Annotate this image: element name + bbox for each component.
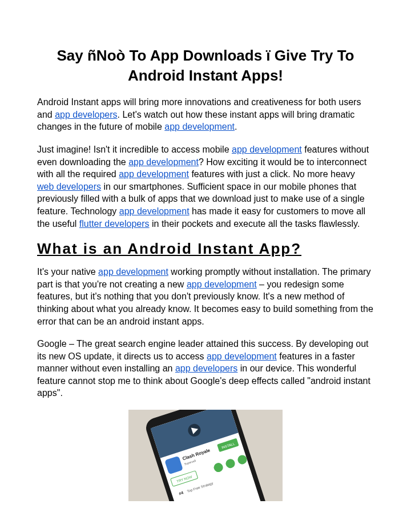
link-app-development[interactable]: app development bbox=[164, 122, 235, 131]
link-app-developers[interactable]: app developers bbox=[175, 363, 237, 373]
link-app-development[interactable]: app development bbox=[187, 279, 257, 289]
intro-paragraph: Android Instant apps will bring more inn… bbox=[37, 96, 374, 133]
text: in their pockets and execute all the tas… bbox=[150, 219, 360, 229]
text: features with just a click. No more heav… bbox=[189, 169, 355, 179]
section-heading: What is an Android Instant App? bbox=[37, 240, 374, 258]
text: . bbox=[235, 122, 237, 131]
body-paragraph: It's your native app development working… bbox=[37, 266, 374, 327]
link-app-development[interactable]: app development bbox=[207, 351, 277, 361]
link-app-development[interactable]: app development bbox=[128, 157, 199, 167]
text: Just imagine! Isn't it incredible to acc… bbox=[37, 145, 232, 154]
link-flutter-developers[interactable]: flutter developers bbox=[79, 219, 150, 229]
body-paragraph: Just imagine! Isn't it incredible to acc… bbox=[37, 143, 374, 230]
link-web-developers[interactable]: web developers bbox=[37, 182, 101, 191]
link-app-developers[interactable]: app developers bbox=[55, 110, 117, 119]
phone-screenshot-image: Clash Royale Supercell INSTALL TRY NOW #… bbox=[128, 410, 283, 501]
page-title: Say ñNoò To App Downloads ï Give Try To … bbox=[37, 46, 374, 86]
link-app-development[interactable]: app development bbox=[98, 267, 168, 277]
link-app-development[interactable]: app development bbox=[232, 145, 302, 154]
body-paragraph: Google – The great search engine leader … bbox=[37, 338, 374, 399]
link-app-development[interactable]: app development bbox=[119, 169, 189, 179]
document-page: Say ñNoò To App Downloads ï Give Try To … bbox=[0, 0, 411, 532]
text: It's your native bbox=[37, 267, 98, 277]
image-wrapper: Clash Royale Supercell INSTALL TRY NOW #… bbox=[37, 410, 374, 503]
link-app-development[interactable]: app development bbox=[119, 206, 190, 216]
